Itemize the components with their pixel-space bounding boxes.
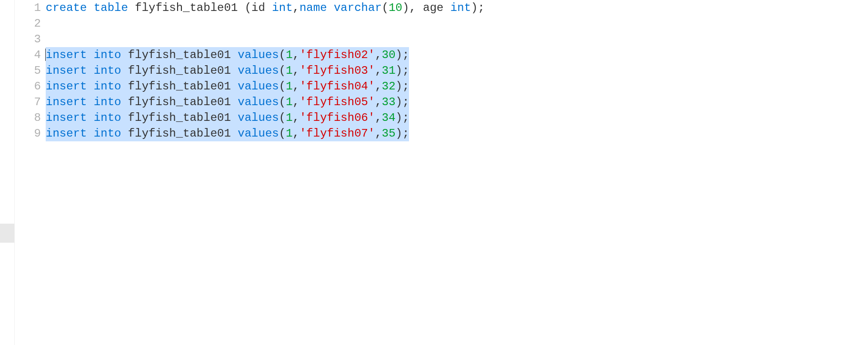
- token-punct: [121, 96, 128, 108]
- token-punct: );: [396, 111, 409, 124]
- token-punct: [121, 80, 128, 93]
- token-punct: (: [279, 111, 286, 124]
- token-punct: ),: [402, 1, 423, 14]
- token-kw: values: [238, 96, 279, 108]
- text-selection: insert into flyfish_table01 values(1,'fl…: [46, 110, 409, 126]
- token-kw: into: [94, 111, 121, 124]
- token-kw: values: [238, 111, 279, 124]
- token-punct: (: [279, 80, 286, 93]
- token-punct: [231, 96, 238, 108]
- line-number: 4: [15, 47, 41, 63]
- line-number: 8: [15, 110, 41, 126]
- token-kw: into: [94, 64, 121, 77]
- token-ident: flyfish_table01: [128, 49, 231, 61]
- token-str: 'flyfish05': [299, 96, 375, 108]
- token-num: 1: [286, 49, 292, 61]
- token-punct: ,: [375, 127, 381, 140]
- token-kw: int: [272, 1, 292, 14]
- code-line[interactable]: insert into flyfish_table01 values(1,'fl…: [46, 126, 868, 141]
- token-kw: insert: [46, 96, 87, 108]
- token-num: 34: [382, 111, 396, 124]
- token-kw: table: [94, 1, 128, 14]
- token-punct: ,: [293, 80, 299, 93]
- token-punct: );: [396, 64, 409, 77]
- token-punct: [231, 111, 238, 124]
- token-punct: [87, 127, 93, 140]
- token-punct: [87, 1, 93, 14]
- token-ident: flyfish_table01: [128, 96, 231, 108]
- token-ident: flyfish_table01: [128, 111, 231, 124]
- token-punct: ,: [375, 49, 381, 61]
- text-selection: insert into flyfish_table01 values(1,'fl…: [46, 79, 409, 94]
- token-punct: [327, 1, 334, 14]
- token-punct: [121, 127, 128, 140]
- token-num: 1: [286, 64, 292, 77]
- token-punct: (: [279, 127, 286, 140]
- code-editor[interactable]: 123456789 create table flyfish_table01 (…: [14, 0, 868, 345]
- token-punct: );: [396, 127, 409, 140]
- token-num: 1: [286, 80, 292, 93]
- code-line[interactable]: insert into flyfish_table01 values(1,'fl…: [46, 94, 868, 110]
- token-punct: (: [279, 96, 286, 108]
- token-kw: into: [94, 80, 121, 93]
- token-num: 32: [382, 80, 396, 93]
- code-line[interactable]: insert into flyfish_table01 values(1,'fl…: [46, 47, 868, 63]
- token-str: 'flyfish02': [299, 49, 375, 61]
- line-gutter: 123456789: [15, 0, 46, 345]
- token-kw: into: [94, 96, 121, 108]
- token-kw: name: [299, 1, 327, 14]
- token-punct: );: [471, 1, 485, 14]
- token-punct: [231, 49, 238, 61]
- line-number: 3: [15, 31, 41, 47]
- code-line[interactable]: insert into flyfish_table01 values(1,'fl…: [46, 110, 868, 126]
- token-punct: ,: [293, 96, 299, 108]
- left-margin-marker: [0, 224, 14, 243]
- code-line[interactable]: insert into flyfish_table01 values(1,'fl…: [46, 63, 868, 79]
- token-punct: );: [396, 80, 409, 93]
- text-selection: insert into flyfish_table01 values(1,'fl…: [46, 94, 409, 110]
- token-kw: into: [94, 127, 121, 140]
- code-line[interactable]: insert into flyfish_table01 values(1,'fl…: [46, 79, 868, 94]
- token-ident: flyfish_table01: [128, 127, 231, 140]
- token-kw: create: [46, 1, 87, 14]
- token-ident: flyfish_table01: [128, 80, 231, 93]
- token-punct: (: [279, 64, 286, 77]
- token-num: 35: [382, 127, 396, 140]
- text-selection: insert into flyfish_table01 values(1,'fl…: [46, 47, 409, 63]
- token-punct: [87, 80, 93, 93]
- line-number: 2: [15, 16, 41, 31]
- text-selection: insert into flyfish_table01 values(1,'fl…: [46, 126, 409, 141]
- token-num: 33: [382, 96, 396, 108]
- token-kw: int: [450, 1, 471, 14]
- token-num: 1: [286, 111, 292, 124]
- token-punct: [128, 1, 135, 14]
- token-punct: ,: [375, 64, 381, 77]
- code-line[interactable]: [46, 16, 868, 31]
- token-punct: ,: [375, 111, 381, 124]
- token-punct: [121, 64, 128, 77]
- token-kw: insert: [46, 111, 87, 124]
- line-number: 5: [15, 63, 41, 79]
- token-punct: [231, 64, 238, 77]
- token-punct: (: [382, 1, 389, 14]
- token-num: 1: [286, 96, 292, 108]
- token-punct: [87, 49, 93, 61]
- token-num: 30: [382, 49, 396, 61]
- token-kw: values: [238, 64, 279, 77]
- token-ident: flyfish_table01: [128, 64, 231, 77]
- token-punct: [121, 49, 128, 61]
- token-ident: flyfish_table01: [135, 1, 238, 14]
- token-punct: [231, 127, 238, 140]
- code-line[interactable]: create table flyfish_table01 (id int,nam…: [46, 0, 868, 16]
- token-ident: age: [423, 1, 443, 14]
- token-str: 'flyfish07': [299, 127, 375, 140]
- token-punct: ,: [293, 64, 299, 77]
- code-area[interactable]: create table flyfish_table01 (id int,nam…: [46, 0, 868, 345]
- token-punct: );: [396, 96, 409, 108]
- token-kw: values: [238, 127, 279, 140]
- token-punct: ,: [293, 111, 299, 124]
- token-punct: ,: [293, 127, 299, 140]
- token-kw: insert: [46, 80, 87, 93]
- code-line[interactable]: [46, 31, 868, 47]
- token-punct: );: [396, 49, 409, 61]
